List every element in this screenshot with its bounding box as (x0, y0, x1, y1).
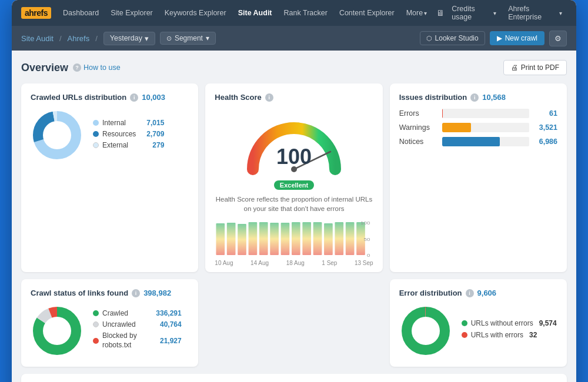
legend-external: External 279 (93, 141, 164, 149)
nav-site-audit[interactable]: Site Audit (233, 5, 277, 21)
legend-with-errors: URLs with errors 32 (462, 331, 557, 339)
main-window: ahrefs Dashboard Site Explorer Keywords … (12, 0, 576, 382)
nav-dashboard[interactable]: Dashboard (58, 5, 103, 21)
bar-chart-labels: 10 Aug 14 Aug 18 Aug 1 Sep 13 Sep (215, 260, 373, 266)
health-score-info[interactable]: i (265, 93, 273, 102)
legend-no-errors: URLs without errors 9,574 (462, 319, 557, 327)
main-content: Overview ? How to use 🖨 Print to PDF Cra… (12, 51, 576, 382)
svg-rect-15 (313, 222, 322, 255)
segment-button[interactable]: ⊙ Segment ▾ (160, 32, 216, 45)
nav-right: 🖥 Credits usage Ahrefs Enterprise (436, 2, 567, 24)
issues-notices-row: Notices 6,986 (399, 137, 557, 146)
crawled-urls-donut-row: Internal 7,015 Resources 2,709 External … (31, 109, 189, 162)
issues-warnings-row: Warnings 3,521 (399, 123, 557, 132)
svg-rect-6 (216, 223, 225, 255)
credits-usage[interactable]: Credits usage (447, 2, 501, 24)
health-bar-chart: 100 50 0 10 Aug 14 Aug 18 Aug 1 Sep 13 S… (215, 222, 373, 263)
svg-text:50: 50 (364, 237, 370, 242)
crawled-urls-donut (31, 109, 83, 162)
issues-rows: Errors 61 Warnings 3,521 (399, 109, 557, 146)
svg-rect-11 (270, 223, 279, 255)
notices-bar-wrap (442, 137, 529, 146)
svg-rect-14 (303, 222, 312, 255)
svg-rect-18 (346, 222, 355, 255)
health-description: Health Score reflects the proportion of … (215, 195, 373, 213)
error-distribution-card: Error distribution i 9,606 (390, 279, 567, 367)
issues-errors-row: Errors 61 (399, 109, 557, 118)
svg-rect-13 (292, 222, 300, 255)
health-score-card: Health Score i (205, 83, 382, 272)
nav-more[interactable]: More (402, 5, 432, 21)
crawl-status-title: Crawl status of links found i 398,982 (31, 289, 189, 297)
legend-uncrawled: Uncrawled 40,764 (93, 320, 182, 329)
svg-text:100: 100 (360, 222, 370, 226)
breadcrumb-date-dropdown[interactable]: Yesterday ▾ (103, 32, 155, 45)
empty-center (205, 279, 382, 367)
breadcrumb-ahrefs[interactable]: Ahrefs (68, 34, 90, 43)
issues-info[interactable]: i (470, 93, 479, 102)
legend-blocked: Blocked by robots.txt 21,927 (93, 331, 182, 350)
crawl-status-info[interactable]: i (132, 289, 140, 297)
looker-studio-button[interactable]: ⬡ Looker Studio (420, 31, 485, 45)
gauge-score: 100 (276, 146, 312, 167)
crawled-urls-legend: Internal 7,015 Resources 2,709 External … (93, 119, 164, 152)
error-dist-info[interactable]: i (466, 289, 474, 297)
monitor-icon: 🖥 (436, 8, 445, 18)
svg-point-3 (43, 121, 71, 149)
svg-rect-16 (324, 223, 333, 255)
top-nav: ahrefs Dashboard Site Explorer Keywords … (12, 0, 576, 26)
breadcrumb-bar: Site Audit / Ahrefs / Yesterday ▾ ⊙ Segm… (12, 26, 576, 51)
notices-bar (442, 137, 500, 146)
crawled-urls-info[interactable]: i (130, 93, 138, 102)
nav-content-explorer[interactable]: Content Explorer (335, 5, 399, 21)
issues-distribution-card: Issues distribution i 10,568 Errors 61 (390, 83, 567, 272)
svg-rect-17 (335, 222, 344, 255)
overview-title: Overview (21, 62, 68, 74)
legend-resources: Resources 2,709 (93, 130, 164, 138)
crawl-status-donut-row: Crawled 336,291 Uncrawled 40,764 Blocked… (31, 304, 189, 357)
nav-site-explorer[interactable]: Site Explorer (106, 5, 158, 21)
svg-rect-12 (281, 223, 290, 255)
issues-title: Issues distribution i 10,568 (399, 93, 557, 102)
top-issues-section: Top Issues i 📋 Export all issues (21, 374, 567, 382)
svg-rect-10 (259, 222, 268, 255)
svg-rect-7 (227, 223, 236, 255)
breadcrumb-site-audit[interactable]: Site Audit (21, 34, 54, 43)
breadcrumb-sep2: / (95, 34, 98, 43)
gauge-badge: Excellent (274, 180, 314, 190)
how-to-use-link[interactable]: ? How to use (73, 63, 121, 72)
svg-text:0: 0 (367, 253, 370, 257)
logo[interactable]: ahrefs (21, 7, 51, 19)
gauge: 100 (241, 113, 347, 178)
ahrefs-enterprise[interactable]: Ahrefs Enterprise (503, 2, 567, 24)
breadcrumb-sep1: / (59, 34, 62, 43)
svg-point-29 (412, 317, 440, 345)
legend-crawled: Crawled 336,291 (93, 309, 182, 317)
svg-rect-9 (249, 222, 258, 255)
warnings-bar (442, 123, 471, 132)
crawl-status-legend: Crawled 336,291 Uncrawled 40,764 Blocked… (93, 309, 182, 353)
svg-rect-8 (238, 224, 247, 255)
crawled-urls-title: Crawled URLs distribution i 10,003 (31, 93, 189, 102)
nav-keywords-explorer[interactable]: Keywords Explorer (160, 5, 231, 21)
crawl-status-donut (31, 304, 83, 357)
errors-bar-wrap (442, 109, 529, 118)
new-crawl-button[interactable]: ▶ New crawl (490, 31, 544, 45)
nav-rank-tracker[interactable]: Rank Tracker (279, 5, 332, 21)
overview-header: Overview ? How to use 🖨 Print to PDF (21, 60, 567, 75)
print-pdf-button[interactable]: 🖨 Print to PDF (503, 60, 567, 75)
errors-bar (442, 109, 443, 118)
warnings-bar-wrap (442, 123, 529, 132)
svg-point-26 (43, 317, 71, 345)
error-dist-legend: URLs without errors 9,574 URLs with erro… (462, 319, 557, 343)
crawled-urls-card: Crawled URLs distribution i 10,003 (21, 83, 198, 272)
health-score-title: Health Score i (215, 93, 273, 102)
cards-grid: Crawled URLs distribution i 10,003 (21, 83, 567, 367)
error-dist-donut (399, 304, 452, 357)
crawl-status-card: Crawl status of links found i 398,982 (21, 279, 198, 367)
legend-internal: Internal 7,015 (93, 119, 164, 127)
error-dist-row: URLs without errors 9,574 URLs with erro… (399, 304, 557, 357)
error-dist-title: Error distribution i 9,606 (399, 289, 557, 297)
settings-button[interactable]: ⚙ (549, 31, 567, 46)
